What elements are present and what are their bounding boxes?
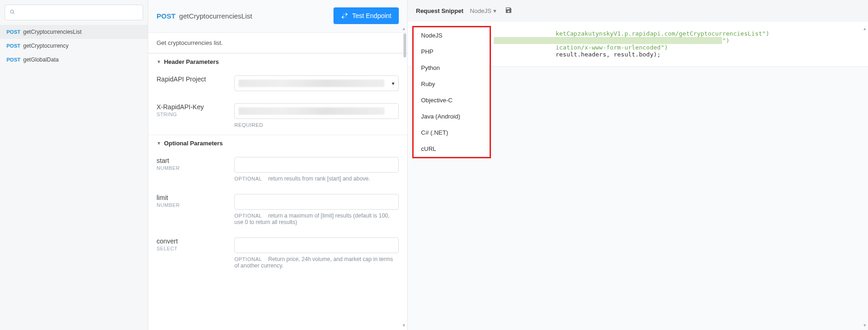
endpoint-label: getCryptocurrenciesList: [23, 29, 82, 35]
param-help: return results from rank [start] and abo…: [268, 175, 370, 182]
dropdown-item-nodejs[interactable]: NodeJS: [414, 27, 490, 44]
param-name: convert: [157, 237, 226, 245]
search-input[interactable]: [18, 9, 138, 16]
start-input[interactable]: [234, 157, 399, 173]
endpoint-list: POST getCryptocurrenciesList POST getCry…: [0, 25, 148, 67]
param-type: STRING: [157, 112, 226, 117]
endpoint-item-getCryptocurrenciesList[interactable]: POST getCryptocurrenciesList: [0, 25, 148, 39]
dropdown-item-csharp[interactable]: C# (.NET): [414, 125, 490, 141]
title-method: POST: [157, 12, 176, 20]
test-endpoint-label: Test Endpoint: [352, 12, 391, 19]
code-text: ketCapzakutynskyV1.p.rapidapi.com/getCry…: [555, 30, 769, 37]
language-selected: NodeJS: [470, 7, 491, 14]
param-type: SELECT: [157, 246, 226, 251]
api-key-input[interactable]: [234, 103, 399, 119]
param-type: NUMBER: [157, 165, 226, 171]
param-row-convert: convert SELECT OPTIONAL Return price, 24…: [148, 232, 407, 275]
endpoint-item-getCryptocurrency[interactable]: POST getCryptocurrency: [0, 39, 148, 53]
param-flag: OPTIONAL: [234, 213, 262, 218]
language-select[interactable]: NodeJS ▾: [470, 7, 497, 14]
scroll-down-icon[interactable]: ▼: [401, 323, 407, 328]
method-badge: POST: [6, 29, 20, 35]
sidebar: POST getCryptocurrenciesList POST getCry…: [0, 0, 148, 330]
swap-icon: [341, 12, 348, 19]
chevron-down-icon: ▾: [392, 81, 395, 87]
convert-input[interactable]: [234, 237, 399, 253]
scrollbar-thumb[interactable]: [403, 33, 406, 57]
project-select[interactable]: ▾: [234, 75, 399, 91]
scroll-down-icon[interactable]: ▼: [862, 323, 868, 328]
endpoint-item-getGlobalData[interactable]: POST getGlobalData: [0, 53, 148, 67]
limit-input[interactable]: [234, 194, 399, 210]
param-name: X-RapidAPI-Key: [157, 103, 226, 111]
section-header-params[interactable]: ▼ Header Parameters: [148, 54, 407, 70]
dropdown-item-java[interactable]: Java (Android): [414, 108, 490, 125]
endpoint-description: Get cryptocurrencies list.: [148, 33, 407, 53]
redacted-value: [239, 107, 384, 115]
svg-line-1: [13, 12, 15, 14]
redacted-value: [239, 80, 384, 87]
section-title: Optional Parameters: [164, 140, 223, 147]
param-flag: REQUIRED: [234, 122, 263, 128]
param-row-start: start NUMBER OPTIONAL return results fro…: [148, 151, 407, 188]
scroll-up-icon[interactable]: ▲: [862, 26, 868, 31]
title-name: getCryptocurrenciesList: [179, 12, 252, 20]
param-name: limit: [157, 194, 226, 201]
endpoint-label: getCryptocurrency: [23, 43, 69, 49]
param-flag: OPTIONAL: [234, 176, 262, 181]
method-badge: POST: [6, 43, 20, 49]
dropdown-item-objc[interactable]: Objective-C: [414, 92, 490, 108]
param-type: NUMBER: [157, 202, 226, 208]
param-row-rapidapi-project: RapidAPI Project ▾: [148, 70, 407, 98]
code-text: result.headers, result.body);: [555, 51, 660, 58]
search-icon: [10, 9, 15, 16]
triangle-down-icon: ▼: [157, 59, 161, 64]
request-snippet-label: Request Snippet: [416, 7, 464, 14]
code-text: "): [722, 37, 730, 44]
param-flag: OPTIONAL: [234, 256, 262, 262]
search-input-wrap[interactable]: [5, 5, 143, 20]
save-icon[interactable]: [505, 6, 512, 15]
test-endpoint-button[interactable]: Test Endpoint: [333, 7, 399, 24]
param-row-api-key: X-RapidAPI-Key STRING REQUIRED: [148, 98, 407, 135]
dropdown-item-ruby[interactable]: Ruby: [414, 76, 490, 92]
endpoint-panel: POST getCryptocurrenciesList Test Endpoi…: [148, 0, 408, 330]
scroll-up-icon[interactable]: ▲: [401, 26, 407, 31]
language-dropdown: NodeJS PHP Python Ruby Objective-C Java …: [412, 26, 491, 158]
triangle-down-icon: ▼: [157, 141, 161, 146]
param-name: start: [157, 157, 226, 164]
param-name: RapidAPI Project: [157, 75, 226, 83]
section-optional-params[interactable]: ▼ Optional Parameters: [148, 135, 407, 151]
chevron-down-icon: ▾: [493, 7, 497, 14]
dropdown-item-curl[interactable]: cURL: [414, 141, 490, 157]
dropdown-item-php[interactable]: PHP: [414, 44, 490, 60]
dropdown-item-python[interactable]: Python: [414, 60, 490, 76]
code-text: ication/x-www-form-urlencoded"): [555, 44, 668, 51]
param-row-limit: limit NUMBER OPTIONAL return a maximum o…: [148, 188, 407, 232]
redacted-code: xxxxxxxxxxxxxxxxxxxxxxxxxxxxxxxxxxxxxxxx…: [494, 37, 722, 44]
section-title: Header Parameters: [164, 58, 219, 65]
method-badge: POST: [6, 57, 20, 62]
svg-point-0: [11, 10, 14, 13]
endpoint-label: getGlobalData: [23, 56, 59, 63]
